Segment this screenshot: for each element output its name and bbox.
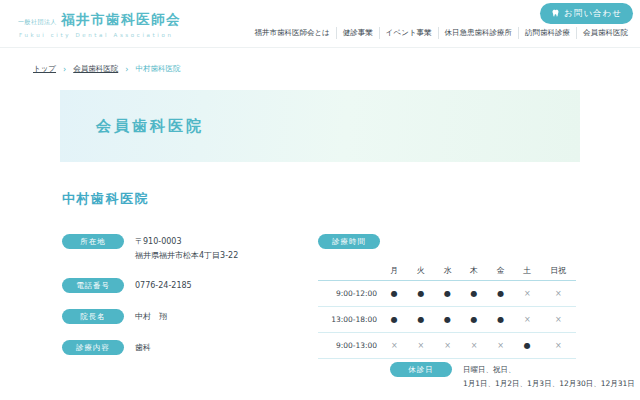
closed-days-line1: 日曜日、祝日、 bbox=[463, 363, 635, 377]
breadcrumb-separator: › bbox=[63, 65, 66, 74]
day-header-mon: 月 bbox=[381, 265, 408, 276]
schedule-cell: × bbox=[541, 315, 576, 324]
main-nav: 福井市歯科医師会とは 健診事業 イベント事業 休日急患歯科診療所 訪問歯科診療 … bbox=[248, 27, 634, 39]
address-postal: 〒910-0003 bbox=[135, 235, 238, 249]
schedule-row-afternoon: 13:00-18:00 ● ● ● ● ● × × bbox=[318, 307, 576, 333]
page-title: 会員歯科医院 bbox=[96, 117, 204, 136]
schedule-cell: ● bbox=[381, 289, 408, 298]
contact-button-label: お問い合わせ bbox=[564, 8, 622, 20]
nav-item-about[interactable]: 福井市歯科医師会とは bbox=[248, 27, 335, 39]
schedule-time: 13:00-18:00 bbox=[318, 315, 381, 324]
site-subtitle: Fukui city Dental Association bbox=[18, 32, 181, 38]
closed-days-line2: 1月1日、1月2日、1月3日、12月30日、12月31日 bbox=[463, 377, 635, 391]
day-header-wed: 水 bbox=[434, 265, 461, 276]
day-header-sun-holiday: 日祝 bbox=[541, 265, 576, 276]
day-header-thu: 木 bbox=[461, 265, 488, 276]
services-value: 歯科 bbox=[135, 340, 151, 355]
schedule-cell: × bbox=[461, 341, 488, 350]
schedule-cell: × bbox=[381, 341, 408, 350]
clinic-name: 中村歯科医院 bbox=[62, 190, 149, 208]
closed-days-text: 日曜日、祝日、 1月1日、1月2日、1月3日、12月30日、12月31日 bbox=[463, 362, 635, 391]
schedule-badge: 診療時間 bbox=[318, 234, 380, 249]
info-row-services: 診療内容 歯科 bbox=[62, 340, 312, 355]
phone-badge: 電話番号 bbox=[62, 278, 124, 293]
schedule-row-morning: 9:00-12:00 ● ● ● ● ● × × bbox=[318, 281, 576, 307]
schedule-cell: × bbox=[434, 341, 461, 350]
schedule-cell: × bbox=[541, 289, 576, 298]
services-badge: 診療内容 bbox=[62, 340, 124, 355]
tooth-icon bbox=[551, 9, 560, 18]
nav-item-member-clinics[interactable]: 会員歯科医院 bbox=[576, 27, 634, 39]
schedule-cell: ● bbox=[461, 315, 488, 324]
info-row-address: 所在地 〒910-0003 福井県福井市松本4丁目3-22 bbox=[62, 234, 312, 262]
address-street: 福井県福井市松本4丁目3-22 bbox=[135, 249, 238, 263]
breadcrumb: トップ › 会員歯科医院 › 中村歯科医院 bbox=[33, 64, 180, 74]
site-header: 一般社団法人 福井市歯科医師会 Fukui city Dental Associ… bbox=[0, 0, 640, 48]
schedule-cell: × bbox=[514, 315, 541, 324]
breadcrumb-current: 中村歯科医院 bbox=[135, 64, 180, 74]
schedule-cell: ● bbox=[461, 289, 488, 298]
breadcrumb-member-clinics[interactable]: 会員歯科医院 bbox=[73, 64, 118, 74]
schedule-cell: ● bbox=[487, 289, 514, 298]
site-logo[interactable]: 一般社団法人 福井市歯科医師会 Fukui city Dental Associ… bbox=[18, 11, 181, 38]
nav-item-checkup[interactable]: 健診事業 bbox=[336, 27, 379, 39]
schedule-header-row: 月 火 水 木 金 土 日祝 bbox=[318, 260, 576, 281]
nav-item-emergency-clinic[interactable]: 休日急患歯科診療所 bbox=[438, 27, 519, 39]
day-header-tue: 火 bbox=[408, 265, 435, 276]
schedule-row-saturday: 9:00-13:00 × × × × × ● × bbox=[318, 333, 576, 359]
clinic-info: 所在地 〒910-0003 福井県福井市松本4丁目3-22 電話番号 0776-… bbox=[62, 234, 312, 371]
address-value: 〒910-0003 福井県福井市松本4丁目3-22 bbox=[135, 234, 238, 262]
schedule-cell: × bbox=[487, 341, 514, 350]
nav-item-visiting-care[interactable]: 訪問歯科診療 bbox=[518, 27, 576, 39]
closed-days-section: 休診日 日曜日、祝日、 1月1日、1月2日、1月3日、12月30日、12月31日 bbox=[390, 362, 635, 391]
schedule-cell: ● bbox=[408, 289, 435, 298]
schedule-cell: × bbox=[408, 341, 435, 350]
schedule-cell: ● bbox=[408, 315, 435, 324]
schedule-cell: ● bbox=[434, 289, 461, 298]
schedule-cell: × bbox=[541, 341, 576, 350]
breadcrumb-top[interactable]: トップ bbox=[33, 64, 56, 74]
closed-days-badge: 休診日 bbox=[390, 362, 452, 377]
schedule-cell: ● bbox=[487, 315, 514, 324]
day-header-sat: 土 bbox=[514, 265, 541, 276]
schedule-cell: ● bbox=[514, 341, 541, 350]
director-value: 中村 翔 bbox=[135, 309, 167, 324]
schedule-time: 9:00-13:00 bbox=[318, 341, 381, 350]
info-row-director: 院長名 中村 翔 bbox=[62, 309, 312, 324]
nav-item-events[interactable]: イベント事業 bbox=[379, 27, 438, 39]
page-banner: 会員歯科医院 bbox=[60, 90, 580, 162]
site-title: 福井市歯科医師会 bbox=[61, 11, 181, 29]
contact-button[interactable]: お問い合わせ bbox=[540, 3, 633, 24]
director-badge: 院長名 bbox=[62, 309, 124, 324]
schedule-table: 月 火 水 木 金 土 日祝 9:00-12:00 ● ● ● ● ● × × … bbox=[318, 260, 576, 359]
day-header-fri: 金 bbox=[487, 265, 514, 276]
schedule-cell: × bbox=[514, 289, 541, 298]
address-badge: 所在地 bbox=[62, 234, 124, 249]
info-row-phone: 電話番号 0776-24-2185 bbox=[62, 278, 312, 293]
breadcrumb-separator: › bbox=[125, 65, 128, 74]
schedule-section: 診療時間 月 火 水 木 金 土 日祝 9:00-12:00 ● ● ● ● ●… bbox=[318, 234, 578, 359]
phone-value: 0776-24-2185 bbox=[135, 278, 192, 293]
schedule-time: 9:00-12:00 bbox=[318, 289, 381, 298]
schedule-cell: ● bbox=[434, 315, 461, 324]
schedule-cell: ● bbox=[381, 315, 408, 324]
org-type-label: 一般社団法人 bbox=[18, 18, 57, 27]
